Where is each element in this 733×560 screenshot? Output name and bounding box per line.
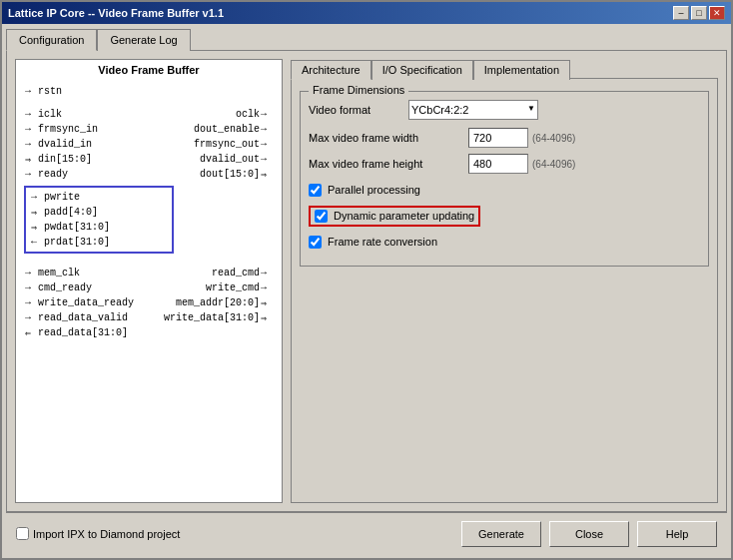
label-cmdready: cmd_ready [38,282,92,293]
max-width-hint: (64-4096) [532,133,575,144]
col-memclk-right: read_cmd→ [149,266,274,280]
arrow-cmdready: → [25,282,37,293]
arrow-pwrite: → [31,192,43,203]
max-height-hint: (64-4096) [532,159,575,170]
label-wdataready: write_data_ready [38,297,134,308]
max-width-input[interactable] [468,128,528,148]
schematic-title: Video Frame Buffer [20,64,278,76]
minimize-button[interactable]: – [673,6,689,20]
tab-configuration[interactable]: Configuration [6,29,97,51]
dynamic-param-checkbox[interactable] [315,210,328,223]
col-wdataready-left: →write_data_ready [24,295,149,310]
col-cmdready-right: write_cmd→ [149,280,274,295]
sig-row-rdatavalid: →read_data_valid write_data[31:0]⇒ [24,310,274,325]
sig-row-ready: →ready dout[15:0]⇒ [24,167,274,182]
video-format-select[interactable]: YCbCr4:2:2 [408,100,538,120]
col-iclk-left: →iclk [24,107,149,122]
sig-pwdat: ⇒ pwdat[31:0] [30,220,168,235]
label-readdata: read_data[31:0] [38,327,128,338]
schematic-signals: → rstn →iclk oclk→ →frmsyn [20,82,278,342]
col-wdataready-right: mem_addr[20:0]⇒ [149,295,274,310]
sig-row-frmsync: →frmsync_in dout_enable→ [24,122,274,137]
video-format-wrapper: YCbCr4:2:2 [408,100,538,120]
sig-row-dvalid: →dvalid_in frmsync_out→ [24,137,274,152]
dynamic-param-highlight: Dynamic parameter updating [309,206,480,227]
parallel-processing-checkbox[interactable] [309,184,322,197]
arrow-iclk: → [25,109,37,120]
arrow-dvalid-out: → [261,154,273,165]
inner-signal-box: → pwrite ⇒ padd[4:0] ⇒ pwdat[31:0] ← [24,186,174,254]
maximize-button[interactable]: □ [691,6,707,20]
sig-row-cmdready: →cmd_ready write_cmd→ [24,280,274,295]
sig-rstn: → rstn [24,84,274,99]
frame-rate-checkbox[interactable] [309,236,322,249]
tab-architecture[interactable]: Architecture [291,60,371,80]
generate-button[interactable]: Generate [461,521,541,547]
label-pwrite: pwrite [44,192,80,203]
col-ready-left: →ready [24,167,149,182]
frame-rate-label: Frame rate conversion [328,236,437,248]
arrow-memclk: → [25,268,37,279]
schematic-panel: Video Frame Buffer → rstn →iclk oclk→ [15,59,283,503]
col-iclk-right: oclk→ [149,107,274,122]
parallel-processing-row: Parallel processing [309,180,700,200]
label-dvalid-in: dvalid_in [38,139,92,150]
arrow-wdataready: → [25,297,37,308]
arrow-prdat: ← [31,237,43,248]
col-rdatavalid-left: →read_data_valid [24,310,149,325]
label-writedata: write_data[31:0] [164,312,260,323]
label-oclk: oclk [236,109,260,120]
arrow-pwdat: ⇒ [31,222,43,234]
max-height-row: Max video frame height (64-4096) [309,154,700,174]
label-ready: ready [38,169,68,180]
label-rstn: rstn [38,86,62,97]
label-pwdat: pwdat[31:0] [44,222,110,233]
frame-rate-row: Frame rate conversion [309,232,700,252]
sig-pwrite: → pwrite [30,190,168,205]
label-frmsync-in: frmsync_in [38,124,98,135]
video-format-row: Video format YCbCr4:2:2 [309,100,700,120]
arrow-memaddr: ⇒ [261,297,273,309]
arrow-dvalid-in: → [25,139,37,150]
col-rdatavalid-right: write_data[31:0]⇒ [149,310,274,325]
sig-prdat: ← prdat[31:0] [30,235,168,250]
sig-row-iclk: →iclk oclk→ [24,107,274,122]
col-frmsync-left: →frmsync_in [24,122,149,137]
sig-row-memclk: →mem_clk read_cmd→ [24,266,274,280]
label-rdatavalid: read_data_valid [38,312,128,323]
label-din: din[15:0] [38,154,92,165]
group-title: Frame Dimensions [309,84,408,96]
sig-readdata: ⇐ read_data[31:0] [24,325,274,340]
tab-io-spec[interactable]: I/O Specification [371,60,473,80]
help-button[interactable]: Help [637,521,717,547]
arrow-dout-enable: → [261,124,273,135]
max-width-row: Max video frame width (64-4096) [309,128,700,148]
arrow-rdatavalid: → [25,312,37,323]
close-button[interactable]: Close [549,521,629,547]
col-frmsync-right: dout_enable→ [149,122,274,137]
parallel-processing-label: Parallel processing [328,184,420,196]
window-title: Lattice IP Core -- Video Frame Buffer v1… [8,7,224,19]
import-checkbox[interactable] [16,527,29,540]
arrow-writedata: ⇒ [261,312,273,324]
label-memaddr: mem_addr[20:0] [176,297,260,308]
label-writecmd: write_cmd [206,282,260,293]
right-panel: Architecture I/O Specification Implement… [291,59,718,503]
arrow-frmsync-out: → [261,139,273,150]
import-check-row: Import IPX to Diamond project [16,527,180,540]
max-height-input[interactable] [468,154,528,174]
title-bar: Lattice IP Core -- Video Frame Buffer v1… [2,2,731,24]
arrow-oclk: → [261,109,273,120]
col-ready-right: dout[15:0]⇒ [149,167,274,182]
col-dvalid-left: →dvalid_in [24,137,149,152]
max-height-label: Max video frame height [309,158,468,170]
import-label: Import IPX to Diamond project [33,528,180,540]
right-tabs: Architecture I/O Specification Implement… [291,59,718,79]
max-width-label: Max video frame width [309,132,468,144]
tab-generate-log[interactable]: Generate Log [97,29,190,51]
arrow-readcmd: → [261,268,273,279]
arrow-dout: ⇒ [261,169,273,181]
tab-implementation[interactable]: Implementation [473,60,570,80]
close-button[interactable]: ✕ [709,6,725,20]
dynamic-param-label: Dynamic parameter updating [334,210,474,222]
